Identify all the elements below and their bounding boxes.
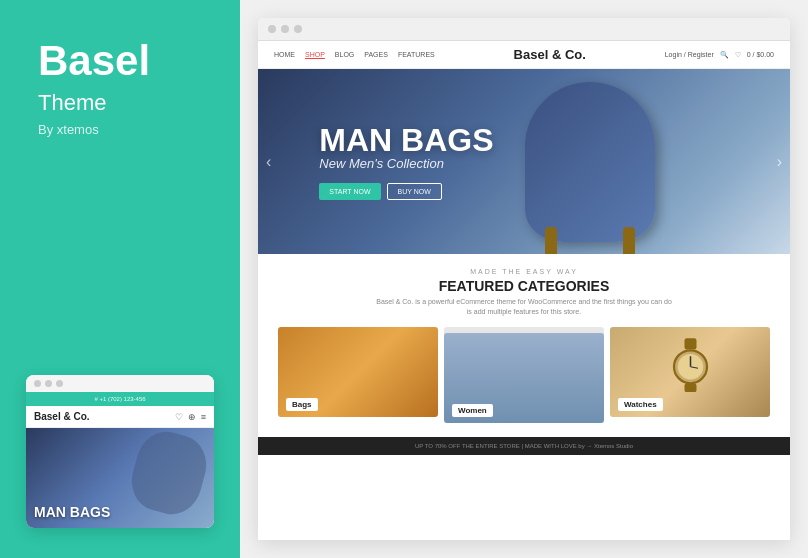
- mobile-hero-shape: [125, 428, 213, 521]
- theme-label: Theme: [38, 90, 210, 116]
- nav-home[interactable]: HOME: [274, 51, 295, 58]
- mobile-phone-bar: # +1 (702) 123-456: [26, 392, 214, 406]
- featured-description: Basel & Co. is a powerful eCommerce them…: [374, 297, 674, 317]
- backpack-strap-left: [545, 227, 557, 255]
- backpack-strap-right: [623, 227, 635, 255]
- dot-2: [45, 380, 52, 387]
- cart-icon: ⊕: [188, 412, 196, 422]
- hero-title: MAN BAGS: [319, 124, 768, 156]
- watches-label: Watches: [618, 398, 663, 411]
- category-bags[interactable]: Bags: [278, 327, 438, 417]
- nav-pages[interactable]: PAGES: [364, 51, 388, 58]
- hero-content: MAN BAGS New Men's Collection START NOW …: [279, 124, 768, 200]
- featured-pretitle: MADE THE EASY WAY: [278, 268, 770, 275]
- wishlist-icon[interactable]: ♡: [735, 51, 741, 59]
- mobile-logo: Basel & Co.: [34, 411, 90, 422]
- categories-grid: Bags Shoes: [278, 327, 770, 423]
- mobile-top-bar: [26, 375, 214, 392]
- hero-prev-arrow[interactable]: ‹: [258, 153, 279, 171]
- hero-subtitle: New Men's Collection: [319, 156, 768, 171]
- category-women[interactable]: Women: [444, 333, 604, 423]
- featured-title: FEATURED CATEGORIES: [278, 278, 770, 294]
- search-icon[interactable]: 🔍: [720, 51, 729, 59]
- browser-dot-2: [281, 25, 289, 33]
- svg-rect-1: [684, 338, 696, 349]
- category-watches[interactable]: Watches: [610, 327, 770, 417]
- nav-shop[interactable]: SHOP: [305, 51, 325, 58]
- mobile-logo-bar: Basel & Co. ♡ ⊕ ≡: [26, 406, 214, 428]
- site-hero: ‹ MAN BAGS New Men's Collection START NO…: [258, 69, 790, 254]
- hero-buttons: START NOW BUY NOW: [319, 183, 768, 200]
- nav-blog[interactable]: BLOG: [335, 51, 354, 58]
- nav-right: Login / Register 🔍 ♡ 0 / $0.00: [665, 51, 774, 59]
- browser-mockup: HOME SHOP BLOG PAGES FEATURES Basel & Co…: [258, 18, 790, 540]
- theme-author: By xtemos: [38, 122, 210, 137]
- svg-rect-6: [684, 383, 696, 392]
- browser-chrome: [258, 18, 790, 41]
- site-logo: Basel & Co.: [435, 47, 665, 62]
- dot-3: [56, 380, 63, 387]
- mobile-hero: MAN BAGS: [26, 428, 214, 528]
- mobile-nav-icons: ♡ ⊕ ≡: [175, 412, 206, 422]
- featured-categories-section: MADE THE EASY WAY FEATURED CATEGORIES Ba…: [258, 254, 790, 437]
- browser-dot-3: [294, 25, 302, 33]
- dot-1: [34, 380, 41, 387]
- main-content: HOME SHOP BLOG PAGES FEATURES Basel & Co…: [240, 0, 808, 558]
- mobile-hero-text: MAN BAGS: [34, 505, 110, 520]
- theme-name: Basel: [38, 40, 210, 82]
- nav-links: HOME SHOP BLOG PAGES FEATURES: [274, 51, 435, 58]
- mobile-preview: # +1 (702) 123-456 Basel & Co. ♡ ⊕ ≡ MAN…: [26, 375, 214, 528]
- hero-next-arrow[interactable]: ›: [769, 153, 790, 171]
- heart-icon: ♡: [175, 412, 183, 422]
- site-nav: HOME SHOP BLOG PAGES FEATURES Basel & Co…: [258, 41, 790, 69]
- bags-label: Bags: [286, 398, 318, 411]
- sidebar: Basel Theme By xtemos # +1 (702) 123-456…: [0, 0, 240, 558]
- watch-svg: [668, 337, 713, 392]
- login-link[interactable]: Login / Register: [665, 51, 714, 58]
- menu-icon: ≡: [201, 412, 206, 422]
- hero-secondary-button[interactable]: BUY NOW: [387, 183, 442, 200]
- women-label: Women: [452, 404, 493, 417]
- cart-summary[interactable]: 0 / $0.00: [747, 51, 774, 58]
- browser-dot-1: [268, 25, 276, 33]
- nav-features[interactable]: FEATURES: [398, 51, 435, 58]
- site-footer-bar: UP TO 70% OFF THE ENTIRE STORE | MADE WI…: [258, 437, 790, 455]
- hero-cta-button[interactable]: START NOW: [319, 183, 380, 200]
- featured-header: MADE THE EASY WAY FEATURED CATEGORIES Ba…: [278, 268, 770, 317]
